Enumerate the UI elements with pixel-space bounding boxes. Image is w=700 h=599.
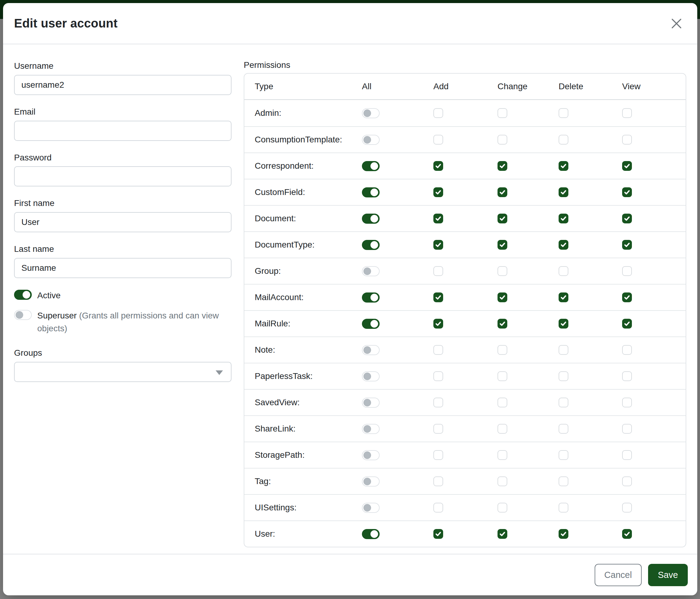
permission-change-checkbox[interactable] <box>498 161 507 171</box>
permission-all-toggle[interactable] <box>362 371 380 381</box>
permission-add-checkbox[interactable] <box>433 161 443 171</box>
permission-add-checkbox[interactable] <box>433 424 443 434</box>
permission-view-checkbox[interactable] <box>622 371 632 381</box>
permission-all-toggle[interactable] <box>362 450 380 460</box>
permission-all-toggle[interactable] <box>362 135 380 145</box>
save-button[interactable]: Save <box>648 564 688 586</box>
permission-add-checkbox[interactable] <box>433 398 443 407</box>
permission-all-toggle[interactable] <box>362 214 380 224</box>
permission-delete-checkbox[interactable] <box>558 161 568 171</box>
permission-all-toggle[interactable] <box>362 319 380 329</box>
username-input[interactable] <box>14 75 231 95</box>
permission-row-documenttype: DocumentType: <box>244 231 686 258</box>
permission-delete-checkbox[interactable] <box>558 503 568 512</box>
permission-add-checkbox[interactable] <box>433 345 443 355</box>
permission-change-checkbox[interactable] <box>498 424 507 434</box>
superuser-toggle[interactable] <box>14 310 32 320</box>
permission-all-toggle[interactable] <box>362 424 380 434</box>
permission-change-checkbox[interactable] <box>498 476 507 486</box>
permission-add-checkbox[interactable] <box>433 529 443 539</box>
permission-view-checkbox[interactable] <box>622 266 632 276</box>
permission-add-checkbox[interactable] <box>433 371 443 381</box>
permission-all-toggle[interactable] <box>362 398 380 408</box>
permission-change-checkbox[interactable] <box>498 187 507 197</box>
permission-view-checkbox[interactable] <box>622 529 632 539</box>
permission-delete-checkbox[interactable] <box>558 240 568 250</box>
permission-change-checkbox[interactable] <box>498 371 507 381</box>
permission-add-checkbox[interactable] <box>433 450 443 460</box>
permission-change-checkbox[interactable] <box>498 292 507 302</box>
permission-all-toggle[interactable] <box>362 240 380 250</box>
first-name-input[interactable] <box>14 212 231 232</box>
permission-change-checkbox[interactable] <box>498 529 507 539</box>
permission-change-checkbox[interactable] <box>498 214 507 223</box>
permission-all-toggle[interactable] <box>362 529 380 539</box>
permission-delete-checkbox[interactable] <box>558 371 568 381</box>
permission-change-checkbox[interactable] <box>498 266 507 276</box>
last-name-input[interactable] <box>14 258 231 278</box>
permission-delete-checkbox[interactable] <box>558 529 568 539</box>
permission-view-checkbox[interactable] <box>622 476 632 486</box>
permission-change-checkbox[interactable] <box>498 240 507 250</box>
permission-add-checkbox[interactable] <box>433 108 443 118</box>
email-input[interactable] <box>14 121 231 141</box>
permission-delete-checkbox[interactable] <box>558 345 568 355</box>
permission-change-checkbox[interactable] <box>498 135 507 145</box>
permission-delete-checkbox[interactable] <box>558 476 568 486</box>
permission-row-sharelink: ShareLink: <box>244 415 686 441</box>
permission-delete-checkbox[interactable] <box>558 135 568 145</box>
permission-add-checkbox[interactable] <box>433 214 443 223</box>
close-button[interactable] <box>668 15 685 32</box>
permission-delete-checkbox[interactable] <box>558 398 568 407</box>
permission-view-checkbox[interactable] <box>622 345 632 355</box>
permission-view-checkbox[interactable] <box>622 398 632 407</box>
permission-all-toggle[interactable] <box>362 161 380 171</box>
permission-add-checkbox[interactable] <box>433 187 443 197</box>
permission-add-checkbox[interactable] <box>433 266 443 276</box>
permission-view-checkbox[interactable] <box>622 161 632 171</box>
permission-change-checkbox[interactable] <box>498 108 507 118</box>
permission-change-checkbox[interactable] <box>498 503 507 512</box>
permission-delete-checkbox[interactable] <box>558 319 568 329</box>
active-toggle[interactable] <box>14 290 32 300</box>
permission-add-checkbox[interactable] <box>433 240 443 250</box>
permission-delete-checkbox[interactable] <box>558 187 568 197</box>
permission-change-checkbox[interactable] <box>498 398 507 407</box>
permission-view-checkbox[interactable] <box>622 424 632 434</box>
permission-delete-checkbox[interactable] <box>558 108 568 118</box>
permission-view-checkbox[interactable] <box>622 240 632 250</box>
permission-delete-checkbox[interactable] <box>558 424 568 434</box>
permission-type-label: Note: <box>244 345 362 355</box>
permission-view-checkbox[interactable] <box>622 319 632 329</box>
permission-add-checkbox[interactable] <box>433 503 443 512</box>
permission-change-checkbox[interactable] <box>498 319 507 329</box>
permission-all-toggle[interactable] <box>362 187 380 197</box>
permission-all-toggle[interactable] <box>362 345 380 355</box>
permission-all-toggle[interactable] <box>362 266 380 276</box>
permission-change-checkbox[interactable] <box>498 450 507 460</box>
permission-all-toggle[interactable] <box>362 108 380 118</box>
permission-add-checkbox[interactable] <box>433 135 443 145</box>
permission-delete-checkbox[interactable] <box>558 450 568 460</box>
permission-view-checkbox[interactable] <box>622 135 632 145</box>
cancel-button[interactable]: Cancel <box>595 564 642 586</box>
permission-delete-checkbox[interactable] <box>558 214 568 223</box>
permission-add-checkbox[interactable] <box>433 292 443 302</box>
permission-all-toggle[interactable] <box>362 476 380 486</box>
permission-row-note: Note: <box>244 336 686 363</box>
permission-all-toggle[interactable] <box>362 292 380 303</box>
permission-view-checkbox[interactable] <box>622 108 632 118</box>
permission-delete-checkbox[interactable] <box>558 292 568 302</box>
permission-view-checkbox[interactable] <box>622 214 632 223</box>
groups-select[interactable] <box>14 362 231 382</box>
permission-view-checkbox[interactable] <box>622 187 632 197</box>
permission-view-checkbox[interactable] <box>622 292 632 302</box>
password-input[interactable] <box>14 166 231 186</box>
permission-view-checkbox[interactable] <box>622 503 632 512</box>
permission-change-checkbox[interactable] <box>498 345 507 355</box>
permission-add-checkbox[interactable] <box>433 476 443 486</box>
permission-view-checkbox[interactable] <box>622 450 632 460</box>
permission-add-checkbox[interactable] <box>433 319 443 329</box>
permission-all-toggle[interactable] <box>362 503 380 513</box>
permission-delete-checkbox[interactable] <box>558 266 568 276</box>
